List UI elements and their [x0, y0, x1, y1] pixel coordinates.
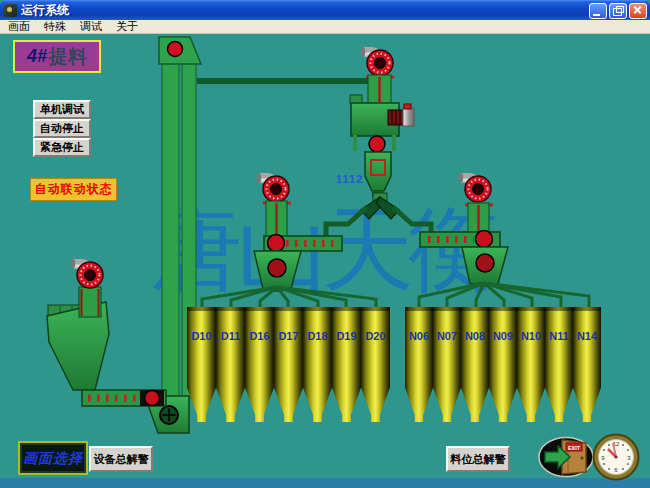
left-distribution-assembly [202, 173, 376, 308]
device-alarm-reset-button[interactable]: 设备总解警 [89, 446, 153, 472]
clock-icon: 12 3 6 9 [594, 435, 639, 480]
left-fan-icon [257, 173, 289, 202]
station-tag-prefix: 4# [27, 46, 47, 67]
station-tag-name: 提料 [49, 44, 87, 70]
conveyor-drive-icon [145, 391, 160, 406]
station-tag: 4# 提料 [13, 40, 101, 73]
silo-label: N10 [517, 330, 545, 342]
silo-label: D11 [216, 330, 245, 342]
left-pipe-manifold [202, 287, 376, 308]
single-debug-button[interactable]: 单机调试 [33, 100, 91, 119]
right-conveyor-drive-icon [476, 231, 493, 248]
right-fan-icon [459, 173, 491, 202]
screen-select-button[interactable]: 画面选择 [18, 441, 88, 475]
valve-tag: 1112 [336, 173, 363, 185]
right-distribution-assembly [419, 173, 589, 308]
silo-label: D18 [303, 330, 332, 342]
left-hopper-valve-icon [268, 259, 286, 277]
process-diagram: EXIT 12 3 6 9 [0, 0, 650, 488]
auto-stop-button[interactable]: 自动停止 [33, 119, 91, 138]
exit-sign-label: EXIT [568, 445, 581, 451]
weigh-hopper [365, 152, 391, 191]
rotary-valve-icon [369, 136, 385, 152]
silo-label: N07 [433, 330, 461, 342]
silo-label: D20 [361, 330, 390, 342]
central-cleaning-assembly [326, 47, 431, 236]
silo-label: N11 [545, 330, 573, 342]
app-window: 运行系统 画面 特殊 调试 关于 唐山天衡 [0, 0, 650, 488]
status-banner: 自动联动状态 [30, 178, 117, 201]
right-hopper-valve-icon [476, 254, 494, 272]
exit-icon[interactable]: EXIT [539, 438, 593, 477]
main-fan-icon [361, 47, 393, 76]
right-pipe-manifold [419, 283, 589, 308]
silo-label: D10 [187, 330, 216, 342]
silo-label: N06 [405, 330, 433, 342]
silo-label: D17 [274, 330, 303, 342]
silo-label: N14 [573, 330, 601, 342]
level-alarm-reset-button[interactable]: 料位总解警 [446, 446, 510, 472]
elevator-head-pulley-icon [168, 42, 183, 57]
emergency-stop-button[interactable]: 紧急停止 [33, 138, 91, 157]
intake-hopper-assembly [47, 259, 166, 406]
silo-label: D19 [332, 330, 361, 342]
dedusting-fan-icon [71, 259, 103, 288]
left-conveyor-drive-icon [268, 235, 285, 252]
silo-label: D16 [245, 330, 274, 342]
silo-label: N08 [461, 330, 489, 342]
silo-label: N09 [489, 330, 517, 342]
